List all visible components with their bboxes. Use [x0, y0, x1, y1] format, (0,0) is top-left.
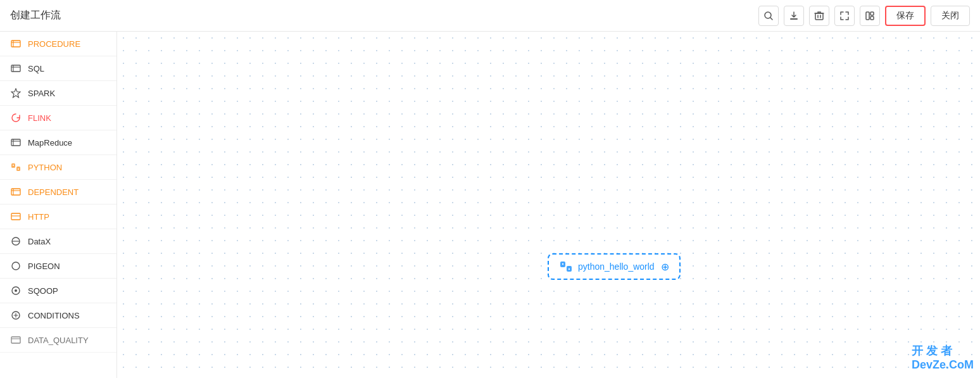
- mapreduce-icon: [10, 137, 22, 148]
- sidebar-item-label: FLINK: [28, 113, 51, 123]
- python-node-icon: [559, 260, 573, 274]
- sidebar-item-label: SPARK: [28, 89, 55, 98]
- page-title: 创建工作流: [10, 9, 61, 22]
- sidebar-item-label: HTTP: [28, 212, 49, 222]
- svg-point-30: [12, 262, 20, 270]
- svg-rect-6: [866, 12, 869, 20]
- svg-rect-2: [790, 18, 798, 20]
- svg-point-32: [15, 289, 17, 292]
- svg-point-22: [18, 168, 19, 170]
- svg-rect-8: [870, 16, 874, 20]
- svg-point-38: [562, 263, 563, 265]
- svg-rect-23: [11, 189, 20, 195]
- svg-rect-26: [11, 213, 20, 220]
- sidebar-item-spark[interactable]: SPARK: [0, 81, 116, 106]
- sqoop-icon: [10, 285, 22, 296]
- sidebar-item-conditions[interactable]: CONDITIONS: [0, 303, 116, 328]
- close-button[interactable]: 关闭: [931, 6, 970, 26]
- layout-button[interactable]: [860, 6, 880, 26]
- sidebar-item-label: PIGEON: [28, 261, 60, 271]
- sidebar-item-dependent[interactable]: DEPENDENT: [0, 180, 116, 205]
- node-add-icon: ⊕: [661, 261, 669, 273]
- header: 创建工作流: [0, 0, 980, 32]
- svg-marker-15: [11, 89, 20, 98]
- sidebar-item-data-quality[interactable]: DATA_QUALITY: [0, 328, 116, 353]
- sidebar-item-flink[interactable]: FLINK: [0, 106, 116, 130]
- save-button[interactable]: 保存: [885, 6, 926, 26]
- sidebar-item-sqoop[interactable]: SQOOP: [0, 279, 116, 303]
- dependent-icon: [10, 186, 22, 198]
- svg-rect-34: [11, 337, 20, 343]
- sidebar-item-procedure[interactable]: PROCEDURE: [0, 32, 116, 56]
- node-label: python_hello_world: [578, 261, 655, 272]
- delete-icon: [814, 11, 824, 21]
- svg-rect-16: [11, 139, 20, 146]
- workflow-node-python-hello-world[interactable]: python_hello_world ⊕: [548, 253, 681, 280]
- fullscreen-button[interactable]: [834, 6, 855, 26]
- sidebar-item-label: PYTHON: [28, 163, 62, 172]
- http-icon: [10, 211, 22, 222]
- fullscreen-icon: [839, 11, 850, 21]
- svg-rect-12: [11, 65, 20, 72]
- svg-rect-7: [870, 12, 874, 15]
- sidebar-item-label: SQOOP: [28, 286, 58, 296]
- main-layout: PROCEDURE SQL SPARK: [0, 32, 980, 378]
- delete-button[interactable]: [809, 6, 829, 26]
- sidebar-item-datax[interactable]: DataX: [0, 229, 116, 254]
- search-icon: [763, 11, 774, 21]
- sidebar: PROCEDURE SQL SPARK: [0, 32, 117, 378]
- flink-icon: [10, 112, 22, 123]
- svg-point-39: [569, 268, 570, 270]
- sidebar-item-http[interactable]: HTTP: [0, 205, 116, 229]
- conditions-icon: [10, 310, 22, 321]
- datax-icon: [10, 236, 22, 247]
- sidebar-item-sql[interactable]: SQL: [0, 56, 116, 81]
- sidebar-item-label: DEPENDENT: [28, 187, 79, 197]
- spark-icon: [10, 87, 22, 99]
- search-button[interactable]: [758, 6, 779, 26]
- sidebar-item-mapreduce[interactable]: MapReduce: [0, 130, 116, 155]
- sidebar-item-pigeon[interactable]: PIGEON: [0, 254, 116, 279]
- sidebar-item-label: PROCEDURE: [28, 39, 80, 49]
- sql-icon: [10, 63, 22, 74]
- layout-icon: [865, 11, 875, 21]
- sidebar-item-label: CONDITIONS: [28, 311, 80, 320]
- svg-line-1: [770, 18, 772, 20]
- sidebar-item-label: DataX: [28, 237, 51, 246]
- pigeon-icon: [10, 260, 22, 272]
- sidebar-item-label: DATA_QUALITY: [28, 336, 89, 345]
- svg-rect-3: [815, 13, 823, 20]
- svg-rect-9: [11, 41, 20, 47]
- workflow-canvas[interactable]: python_hello_world ⊕ 开 发 者 DevZe.CoM: [117, 32, 980, 378]
- sidebar-item-label: MapReduce: [28, 138, 72, 148]
- download-icon: [789, 11, 799, 21]
- header-actions: 保存 关闭: [758, 6, 970, 26]
- download-button[interactable]: [784, 6, 804, 26]
- data-quality-icon: [10, 334, 22, 346]
- procedure-icon: [10, 38, 22, 49]
- python-icon: [10, 161, 22, 173]
- watermark: 开 发 者 DevZe.CoM: [912, 343, 974, 372]
- sidebar-item-label: SQL: [28, 64, 44, 73]
- sidebar-item-python[interactable]: PYTHON: [0, 155, 116, 180]
- svg-point-21: [13, 165, 14, 166]
